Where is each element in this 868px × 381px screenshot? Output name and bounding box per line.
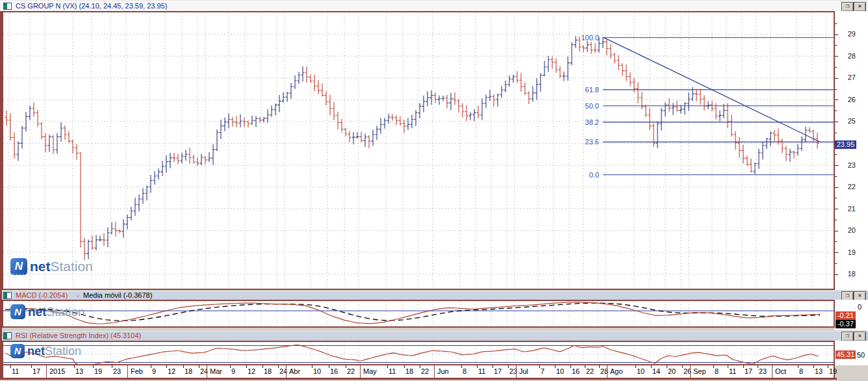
time-tick-label: 18: [405, 367, 413, 375]
time-tick-label: 10: [556, 367, 564, 375]
last-price-tag: 23.95: [835, 140, 856, 149]
month-separator: [127, 365, 128, 378]
time-tick-label: 9: [231, 367, 235, 375]
time-tick-label: 23: [759, 367, 767, 375]
axis-tick: [835, 241, 837, 242]
rsi-close-icon[interactable]: ✕: [854, 332, 866, 341]
time-tick-label: 13: [75, 367, 83, 375]
axis-tick: [835, 56, 838, 57]
time-tick-label: 16: [572, 367, 580, 375]
time-tick: [758, 365, 758, 368]
close-icon[interactable]: ✕: [854, 2, 866, 12]
restore-icon[interactable]: ❐: [841, 2, 854, 12]
left-frame: [0, 11, 2, 380]
time-tick-label: 19: [94, 367, 102, 375]
month-separator: [434, 365, 435, 378]
rsi-plot-area[interactable]: [3, 341, 834, 364]
time-tick: [420, 365, 420, 368]
axis-tick: [835, 165, 838, 166]
month-label: Feb: [131, 367, 143, 375]
month-label: Mar: [210, 367, 222, 375]
time-tick: [599, 365, 600, 368]
time-tick-label: 11: [478, 367, 485, 375]
axis-tick: [835, 209, 838, 209]
time-tick-label: 11: [729, 367, 736, 375]
axis-tick: [835, 176, 837, 177]
month-label: Abr: [289, 367, 300, 375]
time-tick-label: 23: [113, 367, 121, 375]
time-tick-label: 19: [829, 367, 837, 375]
time-tick-label: 22: [586, 367, 594, 375]
time-tick: [477, 365, 478, 368]
time-tick-label: 17: [745, 367, 752, 375]
axis-tick: [835, 34, 838, 35]
month-separator: [690, 365, 691, 378]
time-tick: [713, 365, 714, 368]
window-title: CS GROUP N (VX) (24.10, 24.45, 23.59, 23…: [16, 2, 167, 10]
time-tick: [246, 365, 247, 368]
axis-tick: [835, 231, 838, 231]
time-tick-label: 16: [330, 367, 338, 375]
netstation-window: CS GROUP N (VX) (24.10, 24.45, 23.59, 23…: [0, 0, 868, 381]
axis-tick: [835, 154, 837, 155]
time-tick-label: 9: [152, 367, 156, 375]
axis-tick: [835, 99, 838, 100]
time-tick: [329, 365, 329, 368]
time-tick: [508, 365, 509, 368]
time-tick-label: 12: [168, 367, 175, 375]
month-separator: [207, 365, 207, 378]
axis-tick: [835, 45, 837, 46]
time-tick-label: 20: [668, 367, 676, 375]
time-axis[interactable]: 11172015131923Feb9121824Mar9121824Abr101…: [2, 365, 835, 378]
main-title-bar[interactable]: CS GROUP N (VX) (24.10, 24.45, 23.59, 23…: [0, 0, 868, 12]
time-tick: [10, 365, 11, 368]
time-tick: [682, 365, 683, 368]
month-separator: [607, 365, 607, 378]
month-label: 2015: [49, 367, 65, 375]
price-axis[interactable]: 292827262524232221201918: [835, 11, 868, 290]
time-tick: [461, 365, 462, 368]
time-tick: [312, 365, 313, 368]
time-tick-label: 11: [389, 367, 396, 375]
time-tick: [828, 365, 828, 368]
month-separator: [360, 365, 361, 378]
time-tick-label: 17: [494, 367, 502, 375]
time-tick-label: 17: [32, 367, 40, 375]
month-separator: [286, 365, 287, 378]
time-tick: [93, 365, 94, 368]
axis-tick: [835, 111, 837, 111]
time-tick-label: 22: [347, 367, 355, 375]
time-tick-label: 22: [421, 367, 429, 375]
axis-tick: [835, 187, 838, 188]
macd-signal-tag: -0.37: [836, 320, 856, 328]
time-tick: [635, 365, 636, 368]
month-label: Ago: [610, 367, 623, 375]
month-separator: [516, 365, 517, 378]
time-tick: [404, 365, 405, 368]
main-plot-area[interactable]: [3, 12, 834, 288]
axis-tick: [835, 23, 837, 24]
macd-plot-area[interactable]: [3, 301, 834, 326]
time-tick: [166, 365, 167, 368]
time-tick-label: 10: [313, 367, 321, 375]
time-tick: [262, 365, 263, 368]
time-tick: [112, 365, 112, 368]
time-tick-label: 13: [815, 367, 823, 375]
axis-tick: [835, 252, 838, 253]
time-tick: [492, 365, 493, 368]
month-label: Jul: [519, 367, 528, 375]
time-tick: [387, 365, 388, 368]
rsi-panel-header[interactable]: RSI (Relative Strength Index) (45.3104) …: [0, 331, 868, 341]
month-label: Jun: [437, 367, 449, 375]
month-separator: [772, 365, 772, 378]
rsi-title: RSI (Relative Strength Index) (45.3104): [16, 332, 141, 339]
time-tick: [667, 365, 667, 368]
axis-tick: [835, 133, 837, 133]
rsi-restore-icon[interactable]: ❐: [841, 332, 854, 341]
macd-panel-icon: [3, 292, 12, 299]
time-tick: [651, 365, 652, 368]
time-tick: [813, 365, 814, 368]
time-tick-label: 8: [463, 367, 466, 375]
time-tick-label: 18: [185, 367, 192, 375]
time-tick-label: 12: [248, 367, 255, 375]
